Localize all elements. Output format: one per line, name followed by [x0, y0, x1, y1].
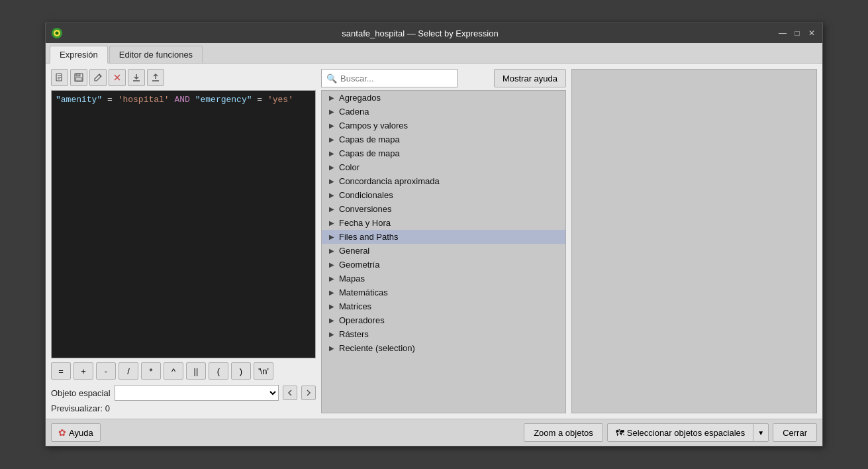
chevron-right-icon: ▶: [327, 233, 336, 242]
search-wrapper: 🔍: [321, 69, 491, 87]
tab-function-editor[interactable]: Editor de funciones: [109, 46, 203, 63]
list-item[interactable]: ▶ Operadores: [322, 313, 565, 327]
spatial-select[interactable]: [115, 385, 279, 401]
chevron-right-icon: ▶: [327, 135, 336, 144]
delete-button[interactable]: [109, 69, 126, 86]
preview-label: Previsualizar:: [51, 403, 103, 413]
list-item-files-paths[interactable]: ▶ Files and Paths: [322, 230, 565, 244]
list-item[interactable]: ▶ Matrices: [322, 299, 565, 313]
edit-icon: [93, 73, 103, 82]
list-item[interactable]: ▶ Geometría: [322, 258, 565, 272]
list-item[interactable]: ▶ General: [322, 244, 565, 258]
preview-row: Previsualizar: 0: [51, 403, 316, 413]
show-help-button[interactable]: Mostrar ayuda: [494, 69, 566, 87]
list-item[interactable]: ▶ Capas de mapa: [322, 146, 565, 160]
save-icon: [74, 73, 83, 82]
chevron-right-icon: ▶: [327, 316, 336, 325]
main-window: santafe_hospital — Select by Expression …: [45, 23, 823, 446]
list-item[interactable]: ▶ Mapas: [322, 272, 565, 286]
import-icon: [132, 73, 141, 82]
bottom-bar: ✿ Ayuda Zoom a objetos 🗺 Seleccionar obj…: [46, 419, 822, 446]
titlebar-controls: — □ ✕: [777, 28, 817, 38]
spatial-label: Objeto espacial: [51, 388, 111, 398]
nav-next-button[interactable]: [301, 386, 316, 400]
next-icon: [306, 390, 311, 396]
list-item[interactable]: ▶ Conversiones: [322, 202, 565, 216]
tab-expression[interactable]: Expresión: [50, 46, 108, 64]
save-button[interactable]: [70, 69, 87, 86]
help-panel: [571, 69, 817, 413]
list-item[interactable]: ▶ Matemáticas: [322, 286, 565, 299]
close-button[interactable]: ✕: [806, 28, 817, 38]
minimize-button[interactable]: —: [777, 28, 788, 38]
search-icon: 🔍: [326, 74, 337, 83]
maximize-button[interactable]: □: [792, 28, 802, 38]
expr-yes-value: 'yes': [267, 95, 293, 105]
chevron-right-icon: ▶: [327, 107, 336, 117]
chevron-right-icon: ▶: [327, 274, 336, 284]
op-pipe[interactable]: ||: [186, 362, 206, 380]
preview-value: 0: [105, 403, 110, 413]
tab-bar: Expresión Editor de funciones: [46, 43, 822, 64]
prev-icon: [287, 390, 293, 396]
op-rparen[interactable]: ): [231, 362, 251, 380]
svg-point-2: [56, 32, 59, 35]
select-button-group: 🗺 Seleccionar objetos espaciales ▼: [607, 423, 769, 442]
chevron-right-icon: ▶: [327, 93, 336, 103]
list-item[interactable]: ▶ Rásters: [322, 327, 565, 341]
chevron-right-icon: ▶: [327, 121, 336, 130]
chevron-right-icon: ▶: [327, 149, 336, 158]
list-item[interactable]: ▶ Agregados: [322, 91, 565, 105]
titlebar: santafe_hospital — Select by Expression …: [46, 23, 822, 43]
op-pow[interactable]: ^: [164, 362, 183, 380]
op-minus[interactable]: -: [96, 362, 116, 380]
chevron-right-icon: ▶: [327, 302, 336, 311]
list-item[interactable]: ▶ Concordancia aproximada: [322, 174, 565, 188]
list-item[interactable]: ▶ Capas de mapa: [322, 132, 565, 146]
select-button[interactable]: 🗺 Seleccionar objetos espaciales: [608, 424, 754, 441]
left-panel: "amenity" = 'hospital' AND "emergency" =…: [51, 69, 316, 413]
svg-rect-9: [75, 78, 82, 81]
zoom-button[interactable]: Zoom a objetos: [524, 423, 603, 442]
op-div[interactable]: /: [119, 362, 138, 380]
expr-hospital-value: 'hospital': [118, 95, 169, 105]
close-button[interactable]: Cerrar: [773, 423, 817, 442]
help-button[interactable]: ✿ Ayuda: [51, 423, 101, 442]
chevron-right-icon: ▶: [327, 260, 336, 270]
list-item[interactable]: ▶ Reciente (selection): [322, 341, 565, 355]
list-item[interactable]: ▶ Color: [322, 160, 565, 174]
list-item[interactable]: ▶ Fecha y Hora: [322, 216, 565, 230]
chevron-right-icon: ▶: [327, 163, 336, 172]
op-lparen[interactable]: (: [209, 362, 228, 380]
chevron-right-icon: ▶: [327, 219, 336, 228]
chevron-right-icon: ▶: [327, 177, 336, 186]
op-eq[interactable]: =: [51, 362, 71, 380]
chevron-right-icon: ▶: [327, 330, 336, 339]
edit-button[interactable]: [89, 69, 107, 86]
spatial-row: Objeto espacial: [51, 385, 316, 401]
export-button[interactable]: [147, 69, 164, 86]
chevron-right-icon: ▶: [327, 344, 336, 353]
list-item[interactable]: ▶ Campos y valores: [322, 119, 565, 132]
select-icon: 🗺: [616, 428, 624, 438]
op-newline[interactable]: '\n': [254, 362, 273, 380]
op-mul[interactable]: *: [141, 362, 161, 380]
expr-amenity-key: "amenity": [56, 95, 102, 105]
search-input[interactable]: [321, 69, 458, 87]
titlebar-left: [51, 27, 63, 39]
content-area: "amenity" = 'hospital' AND "emergency" =…: [46, 64, 822, 419]
nav-prev-button[interactable]: [283, 386, 297, 400]
expression-editor[interactable]: "amenity" = 'hospital' AND "emergency" =…: [51, 90, 316, 358]
new-button[interactable]: [51, 69, 68, 86]
svg-rect-8: [76, 74, 80, 76]
export-icon: [151, 73, 160, 82]
new-icon: [55, 73, 64, 82]
select-dropdown-button[interactable]: ▼: [753, 424, 768, 441]
import-button[interactable]: [128, 69, 145, 86]
list-item[interactable]: ▶ Cadena: [322, 105, 565, 119]
help-icon: ✿: [58, 427, 66, 438]
op-plus[interactable]: +: [73, 362, 93, 380]
list-item[interactable]: ▶ Condicionales: [322, 188, 565, 202]
expr-emergency-key: "emergency": [195, 95, 252, 105]
window-title: santafe_hospital — Select by Expression: [63, 28, 777, 38]
